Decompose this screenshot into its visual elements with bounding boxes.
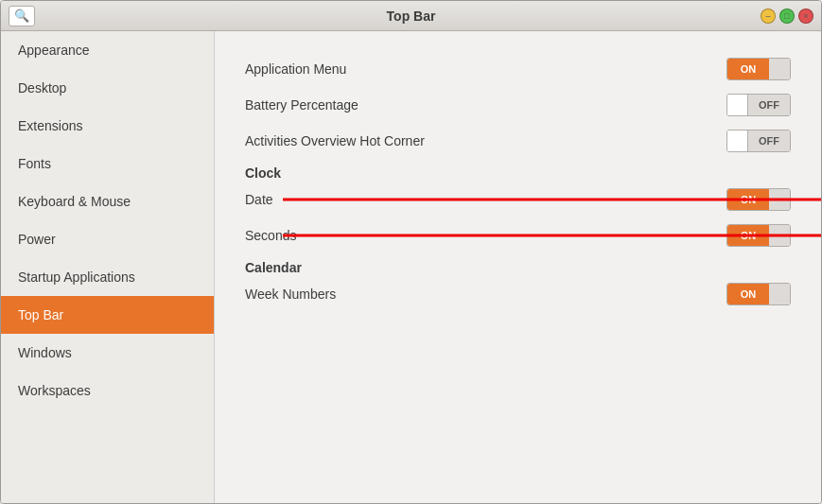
maximize-button[interactable]: □ — [779, 9, 795, 24]
date-row: Date ON — [245, 188, 791, 211]
clock-section-header: Clock — [245, 165, 791, 181]
date-toggle[interactable]: ON — [726, 188, 791, 211]
search-icon: 🔍 — [14, 9, 29, 23]
calendar-section-header: Calendar — [245, 260, 791, 275]
main-layout: Appearance Desktop Extensions Fonts Keyb… — [1, 31, 821, 503]
battery-percentage-row: Battery Percentage OFF — [245, 94, 791, 116]
toggle-on-part: ON — [727, 189, 769, 210]
toggle-on-part: ON — [727, 225, 769, 246]
application-menu-label: Application Menu — [245, 61, 726, 77]
toggle-handle — [769, 284, 790, 304]
sidebar-item-appearance[interactable]: Appearance — [1, 31, 214, 69]
sidebar-item-keyboard-mouse[interactable]: Keyboard & Mouse — [1, 182, 214, 220]
application-menu-toggle[interactable]: ON — [726, 58, 791, 80]
toggle-on-part: ON — [727, 284, 769, 304]
toggle-handle — [727, 95, 748, 115]
battery-percentage-toggle[interactable]: OFF — [726, 94, 791, 116]
toggle-handle — [769, 59, 790, 79]
seconds-toggle[interactable]: ON — [726, 224, 791, 247]
toggle-on-part: ON — [727, 59, 769, 79]
toggle-off-label: OFF — [748, 95, 790, 115]
application-menu-row: Application Menu ON — [245, 58, 791, 80]
sidebar-item-fonts[interactable]: Fonts — [1, 145, 214, 182]
toggle-handle — [769, 225, 790, 246]
hot-corner-row: Activities Overview Hot Corner OFF — [245, 130, 791, 152]
window-controls: – □ × — [761, 9, 813, 24]
app-window: 🔍 Top Bar – □ × Appearance Desktop — [0, 0, 822, 504]
toggle-handle — [769, 189, 790, 210]
close-button[interactable]: × — [798, 9, 813, 24]
search-button[interactable]: 🔍 — [9, 6, 35, 26]
date-label: Date — [245, 192, 726, 207]
window-title: Top Bar — [387, 9, 436, 24]
sidebar-item-power[interactable]: Power — [1, 220, 214, 258]
hot-corner-label: Activities Overview Hot Corner — [245, 133, 726, 148]
sidebar-item-startup-applications[interactable]: Startup Applications — [1, 258, 214, 296]
titlebar: 🔍 Top Bar – □ × — [1, 1, 821, 31]
toggle-off-label: OFF — [748, 130, 790, 151]
seconds-row: Seconds ON — [245, 224, 791, 247]
sidebar-item-workspaces[interactable]: Workspaces — [1, 372, 214, 409]
hot-corner-toggle[interactable]: OFF — [726, 130, 791, 152]
sidebar-item-desktop[interactable]: Desktop — [1, 69, 214, 107]
week-numbers-label: Week Numbers — [245, 287, 726, 302]
content-area: Application Menu ON Battery Percentage O… — [215, 31, 821, 503]
sidebar-item-windows[interactable]: Windows — [1, 334, 214, 372]
seconds-label: Seconds — [245, 228, 726, 243]
sidebar: Appearance Desktop Extensions Fonts Keyb… — [1, 31, 215, 503]
sidebar-item-top-bar[interactable]: Top Bar — [1, 296, 214, 334]
week-numbers-toggle[interactable]: ON — [726, 283, 791, 305]
week-numbers-row: Week Numbers ON — [245, 283, 791, 305]
toggle-handle — [727, 130, 748, 151]
battery-percentage-label: Battery Percentage — [245, 97, 726, 113]
sidebar-item-extensions[interactable]: Extensions — [1, 107, 214, 145]
minimize-button[interactable]: – — [761, 9, 776, 24]
